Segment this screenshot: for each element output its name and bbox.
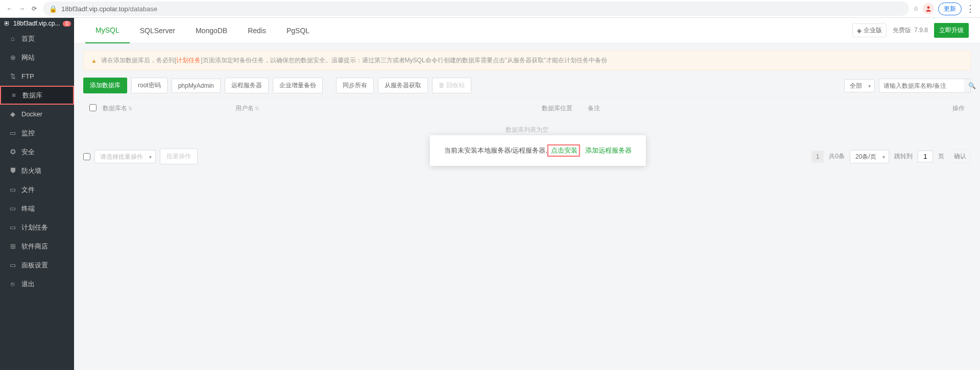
store-icon: ⊞: [9, 242, 16, 250]
panel-icon: ▭: [9, 261, 16, 269]
popup-text: 当前未安装本地服务器/远程服务器,: [444, 146, 547, 154]
root-password-button[interactable]: root密码: [131, 78, 168, 93]
warning-icon: ▲: [91, 57, 97, 64]
upgrade-button[interactable]: 立即升级: [934, 23, 969, 38]
footer-select-all-checkbox[interactable]: [83, 153, 90, 160]
firewall-icon: ⛊: [9, 167, 16, 175]
sidebar-label: 终端: [21, 204, 35, 213]
per-page-select[interactable]: 20条/页: [850, 150, 889, 163]
back-icon[interactable]: ←: [5, 4, 14, 13]
sidebar-label: FTP: [21, 72, 34, 80]
sidebar: ⛨ 18bf3adf.vip.cp... 0 ⌂首页 ⊕网站 ⇅FTP ≡数据库…: [0, 18, 74, 370]
sidebar-item-ftp[interactable]: ⇅FTP: [0, 67, 74, 86]
batch-select[interactable]: 请选择批量操作: [94, 150, 156, 163]
alert-cron-link[interactable]: 计划任务: [176, 57, 201, 64]
filter-select-wrap[interactable]: 全部: [844, 79, 875, 92]
col-note: 备注: [588, 104, 944, 113]
address-bar[interactable]: 🔒 18bf3adf.vip.cpolar.top/database: [43, 2, 909, 16]
sidebar-item-home[interactable]: ⌂首页: [0, 29, 74, 48]
install-popup: 当前未安装本地服务器/远程服务器,点击安装 添加远程服务器: [430, 135, 646, 166]
alert-text: 请在添加数据库后，务必到[计划任务]页面添加定时备份任务，以确保您的数据安全。温…: [101, 56, 607, 65]
incr-backup-button[interactable]: 企业增量备份: [273, 78, 323, 93]
install-link[interactable]: 点击安装: [551, 146, 578, 154]
recycle-button[interactable]: 🗑 回收站: [432, 78, 471, 93]
search-icon[interactable]: 🔍: [964, 82, 980, 89]
sidebar-item-cron[interactable]: ▭计划任务: [0, 218, 74, 237]
sidebar-label: 面板设置: [21, 261, 48, 270]
sidebar-label: 软件商店: [21, 242, 48, 251]
search-input[interactable]: [879, 79, 964, 92]
filter-select[interactable]: 全部: [844, 79, 875, 92]
batch-select-wrap[interactable]: 请选择批量操作: [94, 150, 156, 163]
page-suffix: 页: [938, 152, 944, 161]
col-name[interactable]: 数据库名⇅: [103, 104, 235, 113]
tab-redis[interactable]: Redis: [237, 18, 276, 43]
sidebar-host: ⛨ 18bf3adf.vip.cp... 0: [0, 18, 74, 29]
total-label: 共0条: [829, 152, 845, 161]
page-current[interactable]: 1: [811, 151, 824, 163]
sidebar-label: 监控: [21, 129, 35, 138]
sidebar-item-site[interactable]: ⊕网站: [0, 48, 74, 67]
docker-icon: ◆: [9, 110, 16, 118]
sidebar-label: 安全: [21, 147, 35, 157]
url-host: 18bf3adf.vip.cpolar.top: [61, 5, 128, 13]
forward-icon[interactable]: →: [17, 4, 27, 13]
diamond-icon: ◈: [857, 27, 862, 34]
jump-page-input[interactable]: [918, 151, 933, 162]
browser-update-button[interactable]: 更新: [938, 3, 962, 15]
reload-icon[interactable]: ⟳: [30, 4, 39, 13]
fetch-server-button[interactable]: 从服务器获取: [378, 78, 428, 93]
version-label: 免费版 7.9.8: [893, 26, 928, 35]
col-user[interactable]: 用户名⇅: [235, 104, 542, 113]
remote-server-button[interactable]: 远程服务器: [225, 78, 269, 93]
batch-action-button[interactable]: 批量操作: [160, 149, 198, 164]
sidebar-item-logout[interactable]: ⎋退出: [0, 275, 74, 293]
lock-icon: 🔒: [49, 5, 57, 13]
add-remote-link[interactable]: 添加远程服务器: [585, 146, 632, 154]
sidebar-item-database[interactable]: ≡数据库: [0, 86, 74, 105]
tab-mongodb[interactable]: MongoDB: [185, 18, 237, 43]
sidebar-label: 首页: [21, 34, 35, 43]
sidebar-item-terminal[interactable]: ▭终端: [0, 199, 74, 218]
alert-banner: ▲ 请在添加数据库后，务必到[计划任务]页面添加定时备份任务，以确保您的数据安全…: [83, 51, 971, 70]
tab-pgsql[interactable]: PgSQL: [276, 18, 320, 43]
phpmyadmin-button[interactable]: phpMyAdmin: [172, 79, 221, 93]
sidebar-label: 文件: [21, 185, 35, 194]
per-page-select-wrap[interactable]: 20条/页: [850, 150, 889, 163]
browser-menu-icon[interactable]: ⋮: [966, 3, 975, 14]
browser-chrome-bar: ← → ⟳ 🔒 18bf3adf.vip.cpolar.top/database…: [0, 0, 980, 18]
sort-icon: ⇅: [128, 106, 132, 111]
sidebar-item-store[interactable]: ⊞软件商店: [0, 237, 74, 256]
monitor-icon: ▭: [9, 129, 16, 137]
sidebar-item-firewall[interactable]: ⛊防火墙: [0, 161, 74, 180]
sidebar-item-docker[interactable]: ◆Docker: [0, 105, 74, 124]
sidebar-label: 计划任务: [21, 223, 48, 232]
sidebar-host-label: 18bf3adf.vip.cp...: [13, 20, 60, 27]
security-icon: ✪: [9, 148, 16, 156]
select-all-checkbox[interactable]: [89, 104, 97, 111]
sync-all-button[interactable]: 同步所有: [336, 78, 374, 93]
add-database-button[interactable]: 添加数据库: [83, 78, 127, 93]
bookmark-star-icon[interactable]: ☆: [913, 5, 919, 12]
enterprise-label: 企业版: [864, 26, 882, 35]
enterprise-badge[interactable]: ◈企业版: [852, 23, 887, 37]
jump-confirm-button[interactable]: 确认: [949, 150, 971, 163]
home-icon: ⌂: [9, 35, 16, 42]
shield-icon: ⛨: [4, 20, 10, 27]
sidebar-item-panel[interactable]: ▭面板设置: [0, 256, 74, 275]
sort-icon: ⇅: [255, 106, 259, 111]
globe-icon: ⊕: [9, 54, 16, 61]
db-tabbar: MySQL SQLServer MongoDB Redis PgSQL ◈企业版…: [74, 18, 980, 43]
jump-label: 跳转到: [894, 152, 913, 161]
sidebar-label: 防火墙: [21, 166, 41, 176]
sidebar-item-monitor[interactable]: ▭监控: [0, 124, 74, 142]
sidebar-label: 网站: [21, 53, 35, 62]
tab-sqlserver[interactable]: SQLServer: [130, 18, 185, 43]
tab-mysql[interactable]: MySQL: [85, 18, 130, 43]
sidebar-label: Docker: [21, 110, 42, 118]
sidebar-label: 退出: [21, 280, 35, 289]
sidebar-item-security[interactable]: ✪安全: [0, 142, 74, 161]
profile-avatar-icon[interactable]: [923, 3, 934, 14]
sidebar-item-files[interactable]: ▭文件: [0, 180, 74, 199]
folder-icon: ▭: [9, 186, 16, 193]
